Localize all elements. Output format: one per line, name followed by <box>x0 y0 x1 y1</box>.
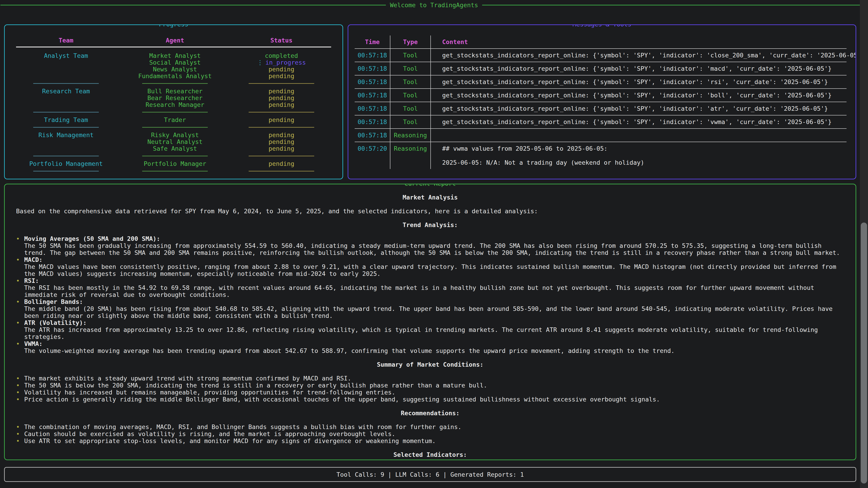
team-separator-line <box>33 156 99 156</box>
team-separator-line <box>33 127 99 128</box>
tradingagents-app: Welcome to TradingAgents Progress Team A… <box>0 0 868 488</box>
agent-cell: Neutral Analyst <box>116 138 234 145</box>
status-cell: completed <box>234 53 329 59</box>
bullet-body: Price action is generally riding the mid… <box>24 396 843 403</box>
message-time: 00:57:18 <box>355 62 391 75</box>
status-cell: ⋮in_progress <box>234 59 329 66</box>
separator-cell <box>16 156 116 156</box>
separator-cell <box>16 112 116 112</box>
agent-separator-line <box>142 83 208 84</box>
report-bullet: •Price action is generally riding the mi… <box>16 396 847 403</box>
progress-panel-title: Progress <box>155 24 192 28</box>
status-cell: pending <box>234 145 329 152</box>
bullet-term: Bollinger Bands: <box>24 298 843 305</box>
progress-row: News Analystpending <box>16 66 331 73</box>
bullet-term: RSI: <box>24 277 843 284</box>
agent-cell: Trader <box>116 117 234 123</box>
bullet-icon: • <box>16 375 24 382</box>
progress-row: Trading TeamTraderpending <box>16 117 331 123</box>
status-label: pending <box>269 73 294 79</box>
status-cell: pending <box>234 160 329 167</box>
bullet-body: The RSI has been mostly in the 54.92 to … <box>24 284 843 298</box>
status-label: pending <box>269 117 294 123</box>
report-bullet: •Bollinger Bands:The middle band (20 SMA… <box>16 298 847 319</box>
progress-header-separator <box>16 46 331 47</box>
scrollbar-thumb[interactable] <box>861 223 867 484</box>
current-report-panel: Current Report Market Analysis Based on … <box>4 184 856 460</box>
team-separator-line <box>33 112 99 112</box>
report-panel-title: Current Report <box>401 184 460 187</box>
status-label: pending <box>269 66 294 73</box>
group-separator <box>16 112 331 112</box>
agent-separator-line <box>142 127 208 128</box>
status-label: pending <box>269 101 294 108</box>
messages-table-body: 00:57:18Toolget_stockstats_indicators_re… <box>355 48 846 169</box>
report-bullet: •ATR (Volatility):The ATR has increased … <box>16 319 847 340</box>
message-content: get_stockstats_indicators_report_online:… <box>431 75 846 88</box>
stats-bar: Tool Calls: 9 | LLM Calls: 6 | Generated… <box>4 467 856 482</box>
app-title: Welcome to TradingAgents <box>386 2 482 8</box>
status-cell: pending <box>234 117 329 123</box>
bullet-icon: • <box>16 256 24 277</box>
report-title: Market Analysis <box>13 194 847 201</box>
separator-cell <box>234 112 329 112</box>
message-time: 00:57:18 <box>355 75 391 88</box>
bullet-content: ATR (Volatility):The ATR has increased f… <box>24 319 847 340</box>
agent-cell: Bull Researcher <box>116 88 234 95</box>
progress-table: Team Agent Status Analyst TeamMarket Ana… <box>5 25 342 171</box>
bullet-content: The market exhibits a steady upward tren… <box>24 375 847 382</box>
messages-panel-title: Messages & Tools <box>569 24 635 28</box>
bullet-term: ATR (Volatility): <box>24 319 843 326</box>
message-row: 00:57:18Toolget_stockstats_indicators_re… <box>355 115 846 128</box>
column-header-type: Type <box>391 35 431 48</box>
message-row: 00:57:18Toolget_stockstats_indicators_re… <box>355 102 846 115</box>
group-separator <box>16 171 331 171</box>
message-row: 00:57:18Toolget_stockstats_indicators_re… <box>355 48 846 62</box>
report-bullet: •The 50 SMA is below the 200 SMA, indica… <box>16 382 847 389</box>
team-cell: Portfolio Management <box>16 160 116 167</box>
status-cell: pending <box>234 95 329 101</box>
bullet-icon: • <box>16 235 24 256</box>
bullet-body: The middle band (20 SMA) has been rising… <box>24 305 843 319</box>
bullet-body: Volatility has increased but remains man… <box>24 389 843 396</box>
separator-cell <box>116 83 234 84</box>
agent-cell: News Analyst <box>116 66 234 73</box>
status-cell: pending <box>234 88 329 95</box>
bullet-content: The 50 SMA is below the 200 SMA, indicat… <box>24 382 847 389</box>
separator-cell <box>116 127 234 128</box>
separator-cell <box>234 127 329 128</box>
status-separator-line <box>249 112 314 112</box>
bullet-icon: • <box>16 277 24 298</box>
bullet-body: Caution should be exercised as volatilit… <box>24 430 843 437</box>
message-content-line: 2025-06-05: N/A: Not a trading day (week… <box>442 159 840 166</box>
status-separator-line <box>249 127 314 128</box>
bullet-content: The combination of moving averages, MACD… <box>24 423 847 430</box>
team-cell <box>16 145 116 152</box>
report-section-heading: Recommendations: <box>13 410 847 417</box>
message-type: Reasoning <box>391 129 431 142</box>
message-time: 00:57:18 <box>355 49 391 62</box>
message-row: 00:57:18Toolget_stockstats_indicators_re… <box>355 75 846 88</box>
message-content: get_stockstats_indicators_report_online:… <box>431 102 846 115</box>
report-section-heading: Summary of Market Conditions: <box>13 361 847 368</box>
bullet-icon: • <box>16 382 24 389</box>
group-separator <box>16 127 331 128</box>
message-time: 00:57:18 <box>355 116 391 128</box>
message-content-line: get_stockstats_indicators_report_online:… <box>442 65 840 72</box>
progress-row: Safe Analystpending <box>16 145 331 152</box>
bullet-content: Caution should be exercised as volatilit… <box>24 430 847 437</box>
status-cell: pending <box>234 66 329 73</box>
status-label: pending <box>269 132 294 138</box>
message-content: get_stockstats_indicators_report_online:… <box>431 116 846 128</box>
agent-cell: Market Analyst <box>116 53 234 59</box>
message-content: get_stockstats_indicators_report_online:… <box>431 89 846 102</box>
progress-row: Fundamentals Analystpending <box>16 73 331 79</box>
separator-cell <box>116 156 234 156</box>
status-label: pending <box>269 95 294 101</box>
status-separator-line <box>249 156 314 156</box>
bullet-body: The combination of moving averages, MACD… <box>24 423 843 430</box>
separator-cell <box>116 171 234 171</box>
separator-cell <box>116 112 234 112</box>
messages-panel: Messages & Tools Time Type Content 00:57… <box>348 24 856 180</box>
scrollbar-track[interactable] <box>860 0 868 488</box>
